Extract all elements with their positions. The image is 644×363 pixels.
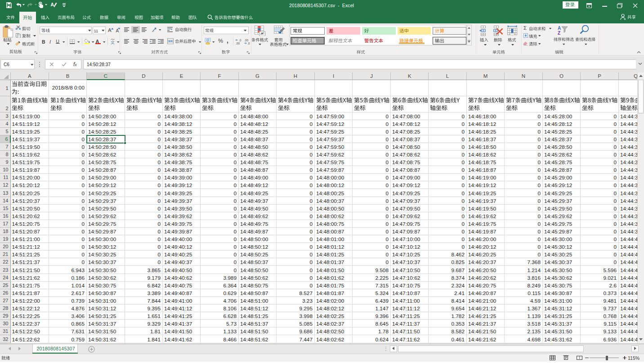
svg-text:Z: Z bbox=[558, 31, 560, 35]
svg-text:.00: .00 bbox=[244, 39, 248, 42]
svg-text:.0: .0 bbox=[247, 42, 250, 45]
svg-text:.00: .00 bbox=[236, 42, 240, 45]
svg-text:.0: .0 bbox=[239, 39, 242, 42]
svg-text:A: A bbox=[558, 26, 561, 31]
